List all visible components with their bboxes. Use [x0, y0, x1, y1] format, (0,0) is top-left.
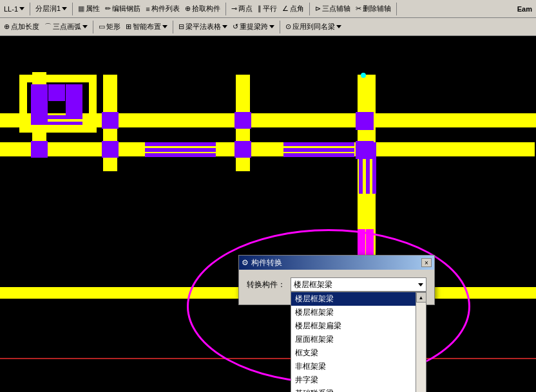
dropdown-item-0[interactable]: 楼层框架梁: [291, 292, 416, 306]
sep5: [396, 3, 397, 15]
toolbar-three-arc[interactable]: ⌒ 三点画弧: [43, 22, 89, 32]
two-points-icon: ⊸: [231, 5, 237, 13]
rebridge-label: 重提梁跨: [240, 22, 268, 32]
eam-label: Eam: [517, 5, 532, 13]
sep2: [72, 3, 73, 15]
toolbar-del-axis[interactable]: ✂ 删除辅轴: [354, 4, 392, 14]
smart-icon: ⊞: [126, 23, 131, 31]
sep7: [173, 21, 173, 33]
eam-text: Eam: [516, 5, 533, 13]
three-axis-icon: ⊳: [315, 5, 321, 13]
scroll-track: [416, 303, 426, 392]
toolbar-two-points[interactable]: ⊸ 两点: [230, 4, 254, 14]
two-points-label: 两点: [238, 4, 253, 14]
rect-label: 矩形: [106, 22, 120, 32]
component-dropdown-list: 楼层框架梁 楼层框架梁 楼层框架扁梁 屋面框架梁 框支梁 非框架梁 井字梁 基础…: [291, 292, 426, 392]
pb7: [356, 112, 374, 130]
select-arrow-icon: [418, 283, 423, 286]
beam-h2: [110, 113, 238, 127]
dot-angle-icon: ∠: [282, 5, 289, 13]
dropdown-item-3[interactable]: 屋面框架梁: [291, 333, 416, 346]
scroll-up-button[interactable]: ▲: [416, 292, 426, 303]
dialog-close-button[interactable]: ×: [421, 258, 432, 267]
crosshair-h-bottom: [0, 358, 536, 359]
dropdown-item-5[interactable]: 非框架梁: [291, 360, 416, 373]
toolbar-parallel[interactable]: ∥ 平行: [256, 4, 278, 14]
beam-h3: [238, 113, 367, 127]
ps-h8: [283, 153, 354, 157]
property-icon: ▦: [78, 5, 84, 13]
toolbar-beam-table[interactable]: ⊟ 梁平法表格: [177, 22, 229, 32]
dropdown-item-1[interactable]: 楼层框架梁: [291, 306, 416, 319]
beam-h6: [0, 287, 238, 299]
toolbar-property[interactable]: ▦ 属性: [77, 4, 101, 14]
rect-icon: ▭: [99, 23, 105, 31]
three-axis-label: 三点辅轴: [322, 4, 350, 14]
toolbar2: ⊕ 点加长度 ⌒ 三点画弧 ▭ 矩形 ⊞ 智能布置 ⊟ 梁平法表格 ↺ 重提梁跨…: [0, 18, 536, 36]
selected-value: 楼层框架梁: [294, 279, 332, 290]
dropdown-item-6[interactable]: 井字梁: [291, 373, 416, 387]
toolbar-layer[interactable]: 分层润1: [34, 4, 68, 14]
edit-rebar-label: 编辑钢筋: [112, 4, 140, 14]
layer-arrow: [62, 7, 67, 10]
sep6: [93, 21, 93, 33]
property-label: 属性: [86, 4, 100, 14]
pb6: [235, 141, 251, 158]
ll1-label: LL-1: [4, 5, 18, 13]
toolbar-edit-rebar[interactable]: ✏ 编辑钢筋: [104, 4, 142, 14]
parallel-label: 平行: [263, 4, 277, 14]
beam-table-arrow: [222, 25, 227, 28]
toolbar-dot-angle[interactable]: ∠ 点角: [281, 4, 305, 14]
toolbar-rect[interactable]: ▭ 矩形: [97, 22, 122, 32]
ps-h3: [145, 142, 216, 146]
three-arc-label: 三点画弧: [53, 22, 81, 32]
extract-label: 拾取构件: [192, 4, 220, 14]
pb2: [31, 141, 48, 158]
rebridge-arrow: [269, 25, 274, 28]
sep3: [225, 3, 226, 15]
toolbar-member-list[interactable]: ≡ 构件列表: [144, 4, 180, 14]
convert-row: 转换构件： 楼层框架梁 楼层框架梁 楼层框架梁 楼层框架扁梁 屋面框架梁 框支梁: [247, 277, 426, 292]
ps-h5: [145, 153, 216, 157]
toolbar-three-axis[interactable]: ⊳ 三点辅轴: [314, 4, 352, 14]
component-select-button[interactable]: 楼层框架梁: [291, 277, 426, 292]
member-list-label: 构件列表: [151, 4, 180, 14]
dropdown-item-4[interactable]: 框支梁: [291, 346, 416, 360]
beam-h4: [374, 113, 536, 127]
apply-icon: ⊙: [285, 23, 291, 31]
toolbar-add-length[interactable]: ⊕ 点加长度: [3, 22, 41, 32]
dialog-title: 构件转换: [251, 257, 282, 268]
parallel-icon: ∥: [258, 5, 262, 13]
sep4: [309, 3, 310, 15]
toolbar-ll1[interactable]: LL-1: [3, 5, 26, 13]
dialog-titlebar: ⚙ 构件转换 ×: [239, 256, 434, 270]
toolbar-smart-layout[interactable]: ⊞ 智能布置: [124, 22, 169, 32]
edit-rebar-icon: ✏: [105, 5, 111, 13]
three-arc-arrow: [82, 25, 88, 28]
ps-h4: [145, 148, 216, 152]
beam-table-label: 梁平法表格: [186, 22, 221, 32]
canvas-area[interactable]: ⚙ 构件转换 × 转换构件： 楼层框架梁 楼层框架梁: [0, 36, 536, 392]
pb8: [356, 141, 374, 159]
add-length-label: 点加长度: [11, 22, 39, 32]
pb3: [102, 112, 119, 129]
extract-icon: ⊕: [185, 5, 191, 13]
convert-label: 转换构件：: [247, 279, 285, 290]
toolbar-rebridge[interactable]: ↺ 重提梁跨: [231, 22, 276, 32]
rebridge-icon: ↺: [233, 23, 238, 31]
pb5: [235, 112, 251, 129]
toolbar-extract-member[interactable]: ⊕ 拾取构件: [184, 4, 222, 14]
three-arc-icon: ⌒: [44, 22, 52, 32]
dropdown-scrollbar[interactable]: ▲ ▼: [416, 292, 426, 392]
dot-angle-label: 点角: [290, 4, 304, 14]
dropdown-item-7[interactable]: 基础联系梁: [291, 387, 416, 392]
apply-label: 应用到同名梁: [292, 22, 335, 32]
toolbar-apply-same[interactable]: ⊙ 应用到同名梁: [284, 22, 343, 32]
dropdown-item-2[interactable]: 楼层框架扁梁: [291, 319, 416, 333]
toolbar1: LL-1 分层润1 ▦ 属性 ✏ 编辑钢筋 ≡ 构件列表 ⊕ 拾取构件 ⊸ 两点…: [0, 0, 536, 18]
pb4: [102, 141, 119, 158]
del-axis-icon: ✂: [356, 5, 361, 13]
beam-table-icon: ⊟: [178, 23, 184, 31]
beam-h5: [0, 142, 535, 156]
yellow-rect: [19, 75, 97, 133]
